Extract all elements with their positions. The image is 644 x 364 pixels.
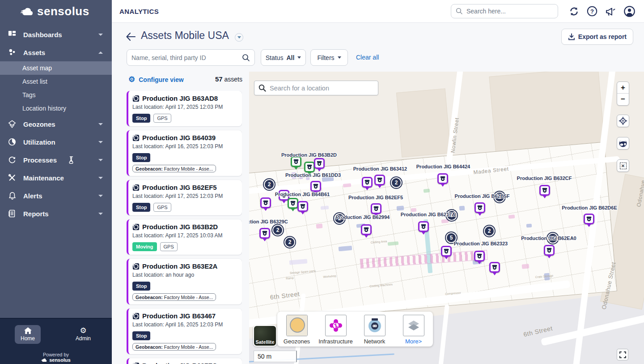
announcements-icon[interactable] xyxy=(605,6,616,17)
satellite-layer-button[interactable]: Satellite xyxy=(253,325,277,347)
asset-marker-purple[interactable] xyxy=(475,202,485,216)
clear-all-link[interactable]: Clear all xyxy=(356,54,379,61)
map-asset-label: Production JIG B61DD3 xyxy=(285,172,341,178)
layer-item-infrastructure[interactable]: Infrastructure xyxy=(317,315,355,345)
marker-cluster[interactable]: 2 xyxy=(284,237,295,248)
global-search[interactable] xyxy=(451,4,558,18)
marker-cluster[interactable]: 2 xyxy=(264,179,275,190)
layer-item-network[interactable]: Network xyxy=(356,315,394,345)
back-button[interactable] xyxy=(126,32,136,41)
map-location-search[interactable] xyxy=(254,81,378,95)
asset-marker-purple[interactable] xyxy=(314,158,325,171)
sidebar-item-tags[interactable]: Tags xyxy=(0,88,112,102)
infrastructure-thumb-frame xyxy=(325,315,347,336)
user-avatar[interactable] xyxy=(624,6,635,17)
layer-item-more[interactable]: More> xyxy=(395,315,432,345)
sidebar-item-asset-list[interactable]: Asset list xyxy=(0,75,112,88)
marker-cluster[interactable]: 2 xyxy=(484,226,495,236)
asset-marker-purple[interactable] xyxy=(418,221,429,235)
area-select-button[interactable]: ✕ xyxy=(617,159,629,172)
marker-cluster[interactable]: 2 xyxy=(272,225,283,236)
asset-marker-purple[interactable] xyxy=(584,214,594,227)
sidebar-item-reports[interactable]: Reports xyxy=(0,205,112,223)
asset-last-location: Last location: April 16, 2025 12:03 PM xyxy=(132,321,237,328)
asset-map[interactable]: + − ✕ Satellite GeozonesInfrastructureNe… xyxy=(249,72,644,364)
asset-card[interactable]: Production JIG B63AD8Last location: Apri… xyxy=(127,91,242,126)
export-report-button[interactable]: Export as report xyxy=(561,29,633,45)
asset-marker-purple[interactable] xyxy=(374,175,385,188)
map-asset-label: Production JIG B64B61 xyxy=(275,192,330,197)
title-dropdown-button[interactable] xyxy=(235,33,243,42)
map-asset-label: Production JIG B6217A xyxy=(401,212,455,217)
asset-marker-purple[interactable] xyxy=(539,185,550,198)
marker-tail xyxy=(377,185,382,188)
asset-card[interactable]: Production JIG B627FC xyxy=(127,358,242,364)
asset-marker-purple[interactable] xyxy=(361,224,372,238)
asset-tracker-icon xyxy=(132,134,140,141)
marker-cluster[interactable]: 2 xyxy=(391,177,402,188)
asset-list[interactable]: Production JIG B63AD8Last location: Apri… xyxy=(127,91,242,364)
sidebar-item-maintenance[interactable]: Maintenance xyxy=(0,169,112,187)
asset-marker-purple[interactable] xyxy=(544,245,555,258)
asset-card[interactable]: Production JIG B62EF5Last location: Apri… xyxy=(127,180,242,215)
asset-tracker-icon xyxy=(132,95,140,102)
asset-card[interactable]: Production JIG B63B2DLast location: Apri… xyxy=(127,219,242,255)
zoom-in-button[interactable]: + xyxy=(617,82,629,94)
assets-count-number: 57 xyxy=(215,75,223,83)
asset-marker-purple[interactable] xyxy=(437,173,448,187)
refresh-icon[interactable] xyxy=(569,6,579,17)
sidebar-item-geozones[interactable]: Geozones xyxy=(0,115,112,133)
asset-marker-purple[interactable] xyxy=(441,246,452,259)
asset-marker-purple[interactable] xyxy=(474,251,485,264)
sidebar-item-processes[interactable]: Processes xyxy=(0,151,112,169)
asset-name-text: Production JIG B63B2D xyxy=(142,223,218,231)
asset-card[interactable]: Production JIG B64039Last location: Apri… xyxy=(127,130,242,176)
status-badge: Stop xyxy=(132,114,150,123)
sidebar-item-utilization[interactable]: Utilization xyxy=(0,133,112,151)
help-icon[interactable]: ? xyxy=(587,6,597,17)
asset-marker-purple[interactable] xyxy=(489,262,500,275)
asset-card[interactable]: Production JIG B63467Last location: Apri… xyxy=(127,308,242,354)
sensolus-logo[interactable]: sensolus xyxy=(0,0,112,21)
status-filter-button[interactable]: Status All xyxy=(261,49,306,66)
sidebar-item-location-history[interactable]: Location history xyxy=(0,102,112,115)
asset-search-input[interactable] xyxy=(131,54,242,61)
grid-icon xyxy=(8,30,17,39)
map-decor xyxy=(441,219,449,223)
sidebar-item-alerts[interactable]: Alerts xyxy=(0,187,112,205)
sidebar-item-label: Utilization xyxy=(23,138,55,146)
zoom-out-button[interactable]: − xyxy=(617,94,629,105)
asset-card[interactable]: Production JIG B63E2ALast location: an h… xyxy=(127,259,242,304)
asset-marker-purple[interactable] xyxy=(259,228,270,241)
geozones-thumb-frame xyxy=(286,315,308,336)
cloud-logo-small-icon xyxy=(41,358,47,362)
asset-marker-purple[interactable] xyxy=(297,201,308,214)
asset-marker-purple[interactable] xyxy=(260,197,271,211)
map-location-search-input[interactable] xyxy=(270,85,374,92)
sidebar-item-asset-map[interactable]: Asset map xyxy=(0,61,112,75)
last-location-value: April 17, 2025 10:03 AM xyxy=(165,232,222,239)
main-content: Assets Mobile USA Export as report Statu… xyxy=(112,23,644,364)
asset-marker-green[interactable] xyxy=(291,156,301,170)
global-search-input[interactable] xyxy=(466,8,547,15)
fullscreen-button[interactable] xyxy=(617,349,628,360)
process-icon xyxy=(8,156,17,164)
locate-me-button[interactable] xyxy=(617,115,629,127)
utilization-icon xyxy=(8,138,17,146)
search-icon[interactable] xyxy=(242,54,250,62)
asset-marker-purple[interactable] xyxy=(362,177,373,190)
admin-button[interactable]: ⚙ Admin xyxy=(70,325,96,344)
map-asset-label: Production JIG B62D6E xyxy=(562,205,617,210)
sidebar-item-dashboards[interactable]: Dashboards xyxy=(0,26,112,43)
download-icon xyxy=(568,33,575,40)
map-decor xyxy=(396,88,451,157)
asset-marker-green[interactable] xyxy=(288,198,298,211)
layer-item-geozones[interactable]: Geozones xyxy=(278,315,316,345)
asset-search-field[interactable] xyxy=(127,49,255,66)
filters-button[interactable]: Filters xyxy=(310,49,348,66)
home-button[interactable]: Home xyxy=(15,325,41,344)
asset-tracker-icon xyxy=(132,362,140,364)
configure-view-button[interactable]: ⚙ Configure view xyxy=(128,75,184,84)
globe-view-button[interactable] xyxy=(617,137,629,150)
sidebar-item-assets[interactable]: Assets xyxy=(0,43,112,61)
